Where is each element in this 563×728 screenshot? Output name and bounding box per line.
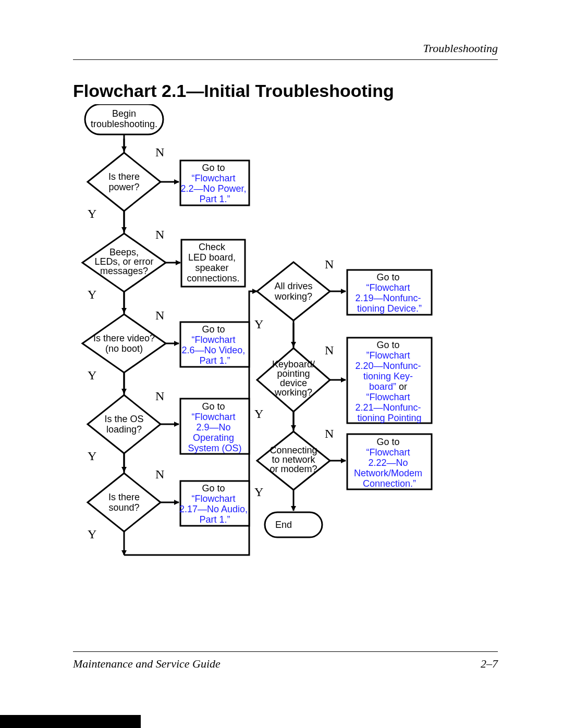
edge-label: N [155, 389, 164, 403]
print-mark [0, 715, 141, 728]
edge-label: Y [254, 485, 263, 499]
node-os: Is the OSloading? [104, 414, 143, 435]
node-net: Connectingto networkor modem? [270, 445, 317, 474]
footer-left: Maintenance and Service Guide [73, 657, 221, 671]
svg-rect-34 [265, 512, 322, 537]
footer-right: 2–7 [481, 657, 498, 671]
page-footer: Maintenance and Service Guide 2–7 [73, 651, 498, 671]
edge-label: Y [88, 207, 96, 220]
node-power: Is therepower? [108, 171, 140, 192]
node-kbd: Keyboard/pointingdeviceworking? [272, 359, 315, 398]
edge-label: N [155, 228, 164, 241]
edge-label: N [155, 145, 164, 159]
document-page: Troubleshooting Flowchart 2.1—Initial Tr… [0, 0, 563, 728]
node-sound: Is theresound? [108, 492, 140, 513]
flowchart: Begintroubleshooting. Is therepower? Y N… [77, 104, 494, 594]
edge-label: Y [88, 288, 96, 301]
node-drives: All drivesworking? [274, 281, 313, 302]
node-end: End [275, 520, 292, 530]
page-header: Troubleshooting [73, 42, 498, 60]
edge-label: Y [88, 449, 96, 463]
edge-label: N [155, 467, 164, 481]
edge-label: Y [88, 527, 96, 541]
page-title: Flowchart 2.1—Initial Troubleshooting [73, 81, 394, 101]
edge-label: N [325, 343, 334, 357]
edge-label: N [155, 309, 164, 322]
edge-label: Y [88, 368, 96, 382]
edge-label: Y [254, 317, 263, 331]
edge-label: N [325, 257, 334, 271]
edge-label: Y [254, 407, 263, 421]
edge-label: N [325, 427, 334, 440]
